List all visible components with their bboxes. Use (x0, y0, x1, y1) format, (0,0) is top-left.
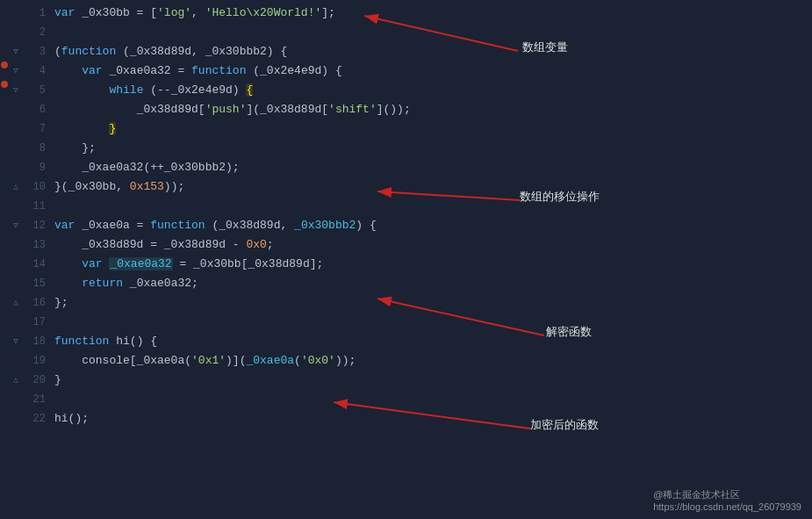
line-content-13: _0x38d89d = _0x38d89d - 0x0; (54, 235, 812, 255)
linenum-14: 14 (23, 255, 54, 274)
line-3: ▽ 3 (function (_0x38d89d, _0x30bbb2) { (0, 42, 812, 61)
line-content-7: } (54, 119, 812, 139)
line-content-10: }(_0x30bb, 0x153)); (54, 177, 812, 197)
watermark-line2: https://blog.csdn.net/qq_26079939 (653, 501, 801, 512)
line-content-14: var _0xae0a32 = _0x30bb[_0x38d89d]; (54, 255, 812, 274)
line-content-19: console[_0xae0a('0x1')](_0xae0a('0x0')); (54, 351, 812, 371)
line-10: △ 10 }(_0x30bb, 0x153)); (0, 177, 812, 197)
line-content-12: var _0xae0a = function (_0x38d89d, _0x30… (54, 216, 812, 235)
fold-5: ▽ (9, 81, 23, 100)
linenum-4: 4 (23, 61, 54, 81)
linenum-13: 13 (23, 235, 54, 255)
line-13: 13 _0x38d89d = _0x38d89d - 0x0; (0, 235, 812, 255)
line-18: ▽ 18 function hi() { (0, 332, 812, 351)
line-content-4: var _0xae0a32 = function (_0x2e4e9d) { (54, 61, 812, 81)
line-2: 2 (0, 23, 812, 42)
linenum-10: 10 (23, 177, 54, 197)
linenum-17: 17 (23, 313, 54, 332)
line-content-8: }; (54, 139, 812, 158)
linenum-12: 12 (23, 216, 54, 235)
line-content-15: return _0xae0a32; (54, 274, 812, 293)
linenum-22: 22 (23, 409, 54, 429)
line-content-20: } (54, 371, 812, 390)
line-9: 9 _0xae0a32(++_0x30bbb2); (0, 158, 812, 177)
bp-5 (0, 81, 9, 88)
line-19: 19 console[_0xae0a('0x1')](_0xae0a('0x0'… (0, 351, 812, 371)
line-5: ▽ 5 while (--_0x2e4e9d) { (0, 81, 812, 100)
linenum-16: 16 (23, 293, 54, 313)
linenum-11: 11 (23, 197, 54, 216)
line-content-16: }; (54, 293, 812, 313)
fold-3: ▽ (9, 42, 23, 61)
line-content-5: while (--_0x2e4e9d) { (54, 81, 812, 100)
fold-12: ▽ (9, 216, 23, 235)
code-editor: 1 var _0x30bb = ['log', 'Hello\x20World!… (0, 0, 812, 432)
line-8: 8 }; (0, 139, 812, 158)
linenum-5: 5 (23, 81, 54, 100)
linenum-20: 20 (23, 371, 54, 390)
line-1: 1 var _0x30bb = ['log', 'Hello\x20World!… (0, 4, 812, 23)
linenum-18: 18 (23, 332, 54, 351)
line-7: 7 } (0, 119, 812, 139)
line-17: 17 (0, 313, 812, 332)
linenum-1: 1 (23, 4, 54, 23)
line-21: 21 (0, 390, 812, 409)
line-content-9: _0xae0a32(++_0x30bbb2); (54, 158, 812, 177)
linenum-6: 6 (23, 100, 54, 119)
fold-16: △ (9, 293, 23, 313)
linenum-8: 8 (23, 139, 54, 158)
linenum-3: 3 (23, 42, 54, 61)
line-content-3: (function (_0x38d89d, _0x30bbb2) { (54, 42, 812, 61)
linenum-19: 19 (23, 351, 54, 371)
line-11: 11 (0, 197, 812, 216)
line-content-22: hi(); (54, 409, 812, 429)
line-6: 6 _0x38d89d['push'](_0x38d89d['shift']()… (0, 100, 812, 119)
linenum-2: 2 (23, 23, 54, 42)
line-12: ▽ 12 var _0xae0a = function (_0x38d89d, … (0, 216, 812, 235)
line-4: ▽ 4 var _0xae0a32 = function (_0x2e4e9d)… (0, 61, 812, 81)
linenum-7: 7 (23, 119, 54, 139)
fold-20: △ (9, 371, 23, 390)
linenum-9: 9 (23, 158, 54, 177)
line-14: 14 var _0xae0a32 = _0x30bb[_0x38d89d]; (0, 255, 812, 274)
watermark: @稀土掘金技术社区 https://blog.csdn.net/qq_26079… (653, 488, 801, 512)
line-16: △ 16 }; (0, 293, 812, 313)
linenum-15: 15 (23, 274, 54, 293)
line-22: 22 hi(); (0, 409, 812, 429)
line-content-6: _0x38d89d['push'](_0x38d89d['shift']()); (54, 100, 812, 119)
line-20: △ 20 } (0, 371, 812, 390)
fold-18: ▽ (9, 332, 23, 351)
line-content-18: function hi() { (54, 332, 812, 351)
watermark-line1: @稀土掘金技术社区 (653, 488, 801, 501)
linenum-21: 21 (23, 390, 54, 409)
bp-4 (0, 61, 9, 68)
line-content-1: var _0x30bb = ['log', 'Hello\x20World!']… (54, 4, 812, 23)
fold-4: ▽ (9, 61, 23, 81)
fold-10: △ (9, 177, 23, 197)
line-15: 15 return _0xae0a32; (0, 274, 812, 293)
